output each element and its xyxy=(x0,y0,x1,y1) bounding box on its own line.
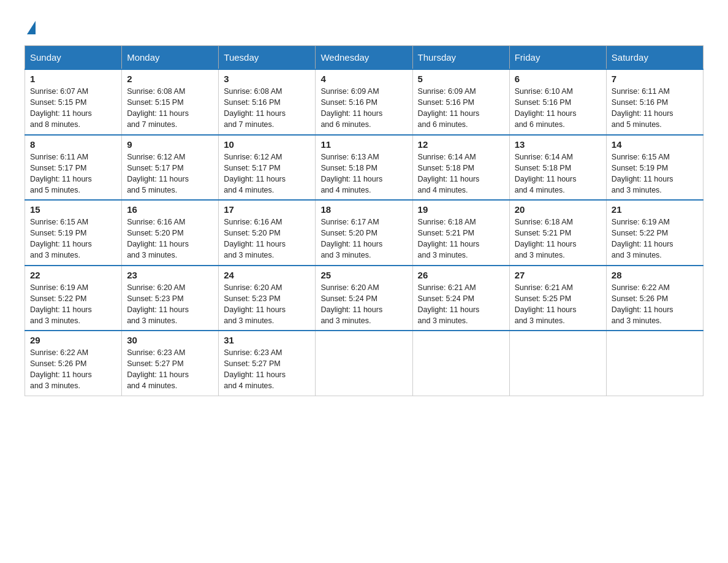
day-info: Sunrise: 6:18 AMSunset: 5:21 PMDaylight:… xyxy=(515,216,601,261)
day-number: 14 xyxy=(612,139,698,150)
calendar-day-cell: 18Sunrise: 6:17 AMSunset: 5:20 PMDayligh… xyxy=(316,200,412,266)
weekday-header-saturday: Saturday xyxy=(606,46,703,70)
day-info: Sunrise: 6:08 AMSunset: 5:15 PMDaylight:… xyxy=(127,86,213,131)
day-info: Sunrise: 6:14 AMSunset: 5:18 PMDaylight:… xyxy=(515,151,601,196)
weekday-header-row: SundayMondayTuesdayWednesdayThursdayFrid… xyxy=(25,46,703,70)
day-number: 21 xyxy=(612,204,698,215)
weekday-header-monday: Monday xyxy=(122,46,219,70)
day-info: Sunrise: 6:13 AMSunset: 5:18 PMDaylight:… xyxy=(320,151,407,196)
calendar-day-cell xyxy=(606,331,703,396)
day-number: 22 xyxy=(30,270,116,280)
day-number: 19 xyxy=(418,204,504,215)
day-number: 1 xyxy=(30,74,116,84)
day-info: Sunrise: 6:12 AMSunset: 5:17 PMDaylight:… xyxy=(224,151,310,196)
day-number: 26 xyxy=(418,270,504,280)
calendar-day-cell: 25Sunrise: 6:20 AMSunset: 5:24 PMDayligh… xyxy=(316,266,412,331)
calendar-day-cell: 31Sunrise: 6:23 AMSunset: 5:27 PMDayligh… xyxy=(219,331,316,396)
calendar-day-cell: 17Sunrise: 6:16 AMSunset: 5:20 PMDayligh… xyxy=(219,200,316,266)
day-info: Sunrise: 6:07 AMSunset: 5:15 PMDaylight:… xyxy=(30,86,116,131)
day-number: 15 xyxy=(30,204,116,215)
calendar-day-cell: 15Sunrise: 6:15 AMSunset: 5:19 PMDayligh… xyxy=(25,200,122,266)
day-info: Sunrise: 6:14 AMSunset: 5:18 PMDaylight:… xyxy=(418,151,504,196)
day-info: Sunrise: 6:09 AMSunset: 5:16 PMDaylight:… xyxy=(320,86,407,131)
day-info: Sunrise: 6:11 AMSunset: 5:16 PMDaylight:… xyxy=(612,86,698,131)
weekday-header-friday: Friday xyxy=(509,46,606,70)
calendar-day-cell: 13Sunrise: 6:14 AMSunset: 5:18 PMDayligh… xyxy=(509,135,606,201)
day-info: Sunrise: 6:16 AMSunset: 5:20 PMDaylight:… xyxy=(127,216,213,261)
calendar-day-cell: 30Sunrise: 6:23 AMSunset: 5:27 PMDayligh… xyxy=(122,331,219,396)
day-info: Sunrise: 6:20 AMSunset: 5:23 PMDaylight:… xyxy=(127,282,213,327)
day-info: Sunrise: 6:17 AMSunset: 5:20 PMDaylight:… xyxy=(320,216,407,261)
calendar-day-cell: 10Sunrise: 6:12 AMSunset: 5:17 PMDayligh… xyxy=(219,135,316,201)
day-number: 13 xyxy=(515,139,601,150)
calendar-week-row: 29Sunrise: 6:22 AMSunset: 5:26 PMDayligh… xyxy=(25,331,703,396)
day-number: 18 xyxy=(320,204,407,215)
day-info: Sunrise: 6:15 AMSunset: 5:19 PMDaylight:… xyxy=(30,216,116,261)
day-info: Sunrise: 6:22 AMSunset: 5:26 PMDaylight:… xyxy=(612,282,698,327)
calendar-day-cell xyxy=(316,331,412,396)
calendar-day-cell: 1Sunrise: 6:07 AMSunset: 5:15 PMDaylight… xyxy=(25,69,122,135)
day-number: 30 xyxy=(127,335,213,345)
calendar-day-cell: 20Sunrise: 6:18 AMSunset: 5:21 PMDayligh… xyxy=(509,200,606,266)
calendar-day-cell: 19Sunrise: 6:18 AMSunset: 5:21 PMDayligh… xyxy=(412,200,509,266)
calendar-day-cell: 12Sunrise: 6:14 AMSunset: 5:18 PMDayligh… xyxy=(412,135,509,201)
calendar-week-row: 22Sunrise: 6:19 AMSunset: 5:22 PMDayligh… xyxy=(25,266,703,331)
day-number: 3 xyxy=(224,74,310,84)
day-number: 24 xyxy=(224,270,310,280)
day-info: Sunrise: 6:19 AMSunset: 5:22 PMDaylight:… xyxy=(612,216,698,261)
logo-triangle-icon xyxy=(27,21,36,34)
day-info: Sunrise: 6:21 AMSunset: 5:25 PMDaylight:… xyxy=(515,282,601,327)
calendar-day-cell: 3Sunrise: 6:08 AMSunset: 5:16 PMDaylight… xyxy=(219,69,316,135)
day-number: 10 xyxy=(224,139,310,150)
day-info: Sunrise: 6:16 AMSunset: 5:20 PMDaylight:… xyxy=(224,216,310,261)
calendar-day-cell: 16Sunrise: 6:16 AMSunset: 5:20 PMDayligh… xyxy=(122,200,219,266)
day-info: Sunrise: 6:22 AMSunset: 5:26 PMDaylight:… xyxy=(30,347,116,392)
day-number: 4 xyxy=(320,74,407,84)
calendar-day-cell: 14Sunrise: 6:15 AMSunset: 5:19 PMDayligh… xyxy=(606,135,703,201)
calendar-day-cell: 4Sunrise: 6:09 AMSunset: 5:16 PMDaylight… xyxy=(316,69,412,135)
calendar-day-cell: 6Sunrise: 6:10 AMSunset: 5:16 PMDaylight… xyxy=(509,69,606,135)
day-number: 17 xyxy=(224,204,310,215)
day-number: 25 xyxy=(320,270,407,280)
calendar-week-row: 1Sunrise: 6:07 AMSunset: 5:15 PMDaylight… xyxy=(25,69,703,135)
weekday-header-wednesday: Wednesday xyxy=(316,46,412,70)
day-info: Sunrise: 6:19 AMSunset: 5:22 PMDaylight:… xyxy=(30,282,116,327)
day-info: Sunrise: 6:20 AMSunset: 5:23 PMDaylight:… xyxy=(224,282,310,327)
day-number: 28 xyxy=(612,270,698,280)
day-info: Sunrise: 6:12 AMSunset: 5:17 PMDaylight:… xyxy=(127,151,213,196)
day-info: Sunrise: 6:21 AMSunset: 5:24 PMDaylight:… xyxy=(418,282,504,327)
day-number: 9 xyxy=(127,139,213,150)
calendar-day-cell: 26Sunrise: 6:21 AMSunset: 5:24 PMDayligh… xyxy=(412,266,509,331)
calendar-day-cell: 28Sunrise: 6:22 AMSunset: 5:26 PMDayligh… xyxy=(606,266,703,331)
calendar-day-cell: 8Sunrise: 6:11 AMSunset: 5:17 PMDaylight… xyxy=(25,135,122,201)
day-number: 16 xyxy=(127,204,213,215)
calendar-day-cell: 29Sunrise: 6:22 AMSunset: 5:26 PMDayligh… xyxy=(25,331,122,396)
day-number: 23 xyxy=(127,270,213,280)
day-info: Sunrise: 6:11 AMSunset: 5:17 PMDaylight:… xyxy=(30,151,116,196)
calendar-day-cell: 11Sunrise: 6:13 AMSunset: 5:18 PMDayligh… xyxy=(316,135,412,201)
day-info: Sunrise: 6:20 AMSunset: 5:24 PMDaylight:… xyxy=(320,282,407,327)
page-header xyxy=(25,18,703,33)
calendar-day-cell xyxy=(509,331,606,396)
day-number: 12 xyxy=(418,139,504,150)
day-info: Sunrise: 6:08 AMSunset: 5:16 PMDaylight:… xyxy=(224,86,310,131)
weekday-header-thursday: Thursday xyxy=(412,46,509,70)
day-number: 11 xyxy=(320,139,407,150)
day-info: Sunrise: 6:10 AMSunset: 5:16 PMDaylight:… xyxy=(515,86,601,131)
day-number: 8 xyxy=(30,139,116,150)
day-info: Sunrise: 6:23 AMSunset: 5:27 PMDaylight:… xyxy=(224,347,310,392)
calendar-day-cell: 2Sunrise: 6:08 AMSunset: 5:15 PMDaylight… xyxy=(122,69,219,135)
calendar-day-cell: 23Sunrise: 6:20 AMSunset: 5:23 PMDayligh… xyxy=(122,266,219,331)
calendar-table: SundayMondayTuesdayWednesdayThursdayFrid… xyxy=(25,45,703,396)
day-number: 20 xyxy=(515,204,601,215)
day-number: 6 xyxy=(515,74,601,84)
day-info: Sunrise: 6:23 AMSunset: 5:27 PMDaylight:… xyxy=(127,347,213,392)
calendar-day-cell: 9Sunrise: 6:12 AMSunset: 5:17 PMDaylight… xyxy=(122,135,219,201)
calendar-day-cell: 27Sunrise: 6:21 AMSunset: 5:25 PMDayligh… xyxy=(509,266,606,331)
calendar-day-cell: 24Sunrise: 6:20 AMSunset: 5:23 PMDayligh… xyxy=(219,266,316,331)
day-number: 29 xyxy=(30,335,116,345)
day-number: 2 xyxy=(127,74,213,84)
day-info: Sunrise: 6:09 AMSunset: 5:16 PMDaylight:… xyxy=(418,86,504,131)
calendar-day-cell: 5Sunrise: 6:09 AMSunset: 5:16 PMDaylight… xyxy=(412,69,509,135)
calendar-day-cell: 22Sunrise: 6:19 AMSunset: 5:22 PMDayligh… xyxy=(25,266,122,331)
